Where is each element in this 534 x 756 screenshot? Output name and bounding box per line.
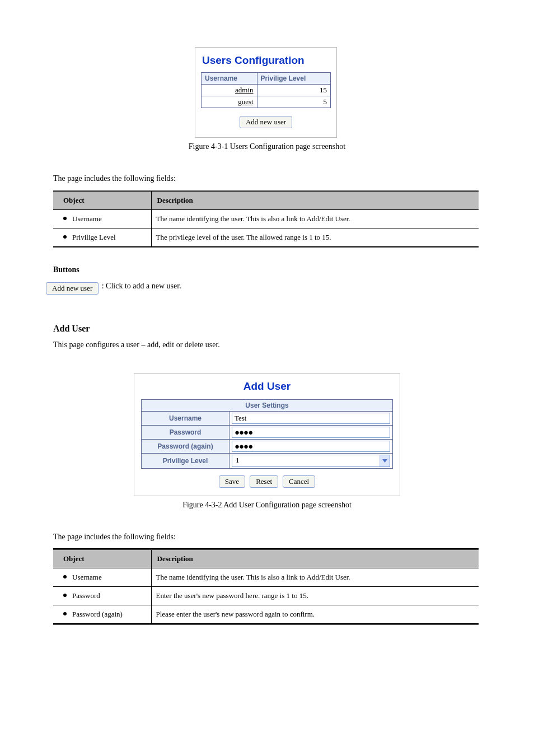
- obj-cell: Password: [53, 587, 151, 605]
- user-link-guest[interactable]: guest: [238, 97, 253, 106]
- desc-cell: Enter the user's new password here. rang…: [151, 587, 479, 605]
- buttons-heading-1: Buttons: [53, 265, 481, 276]
- add-user-form-table: User Settings Username Password ●●●● Pas…: [141, 399, 393, 469]
- add-new-user-button[interactable]: Add new user: [240, 116, 292, 128]
- object-description-table-2: Object Description Username The name ide…: [53, 548, 479, 625]
- users-config-screenshot: Users Configuration Username Privilige L…: [195, 47, 337, 138]
- user-link-admin[interactable]: admin: [235, 86, 254, 94]
- user-level: 5: [257, 96, 330, 108]
- desc-col-hdr: Description: [151, 549, 479, 568]
- reset-button[interactable]: Reset: [250, 475, 278, 488]
- table-row: guest 5: [202, 96, 331, 108]
- lbl-password-again: Password (again): [142, 440, 229, 454]
- save-button[interactable]: Save: [219, 475, 245, 488]
- chevron-down-icon: [380, 455, 390, 466]
- obj-cell: Username: [53, 568, 151, 587]
- bullet-icon: [63, 575, 67, 578]
- add-user-title: Add User: [141, 379, 393, 399]
- object-description-table-1: Object Description Username The name ide…: [53, 190, 479, 248]
- users-table: Username Privilige Level admin 15 guest …: [201, 72, 331, 108]
- desc-cell: The privilege level of the user. The all…: [151, 228, 479, 247]
- users-col-username: Username: [202, 73, 257, 85]
- figure-caption-2: Figure 4-3-2 Add User Configuration page…: [0, 501, 534, 510]
- privilege-level-select[interactable]: 1: [232, 455, 390, 467]
- privilege-level-value: 1: [232, 455, 380, 466]
- table-intro-1: The page includes the following fields:: [53, 174, 481, 184]
- username-input[interactable]: [232, 413, 390, 424]
- cancel-button[interactable]: Cancel: [283, 475, 315, 488]
- add-user-screenshot: Add User User Settings Username Password…: [134, 373, 400, 496]
- desc-col-hdr: Description: [151, 190, 479, 209]
- figure-caption-1: Figure 4-3-1 Users Configuration page sc…: [0, 142, 534, 151]
- obj-cell: Username: [53, 209, 151, 228]
- add-user-intro: This page configures a user – add, edit …: [53, 340, 481, 351]
- table-row: admin 15: [202, 85, 331, 96]
- password-again-input[interactable]: ●●●●: [232, 441, 390, 452]
- add-btn-explain: : Click to add a new user.: [102, 282, 181, 290]
- bullet-icon: [63, 217, 67, 220]
- bullet-icon: [63, 235, 67, 239]
- obj-cell: Password (again): [53, 605, 151, 624]
- user-level: 15: [257, 85, 330, 96]
- bullet-icon: [63, 594, 67, 597]
- obj-col-hdr: Object: [53, 190, 151, 209]
- users-config-title: Users Configuration: [201, 53, 331, 72]
- lbl-username: Username: [142, 412, 229, 426]
- obj-col-hdr: Object: [53, 549, 151, 568]
- password-input[interactable]: ●●●●: [232, 427, 390, 438]
- obj-cell: Privilige Level: [53, 228, 151, 247]
- table-intro-2: The page includes the following fields:: [53, 532, 481, 543]
- lbl-password: Password: [142, 426, 229, 440]
- user-settings-section: User Settings: [142, 400, 393, 412]
- users-col-privlevel: Privilige Level: [257, 73, 330, 85]
- desc-cell: The name identifying the user. This is a…: [151, 209, 479, 228]
- add-user-section-heading: Add User: [53, 323, 481, 335]
- bullet-icon: [63, 612, 67, 615]
- desc-cell: Please enter the user's new password aga…: [151, 605, 479, 624]
- desc-cell: The name identifying the user. This is a…: [151, 568, 479, 587]
- add-new-user-button-inline[interactable]: Add new user: [46, 282, 99, 295]
- lbl-privilege-level: Privilige Level: [142, 454, 229, 469]
